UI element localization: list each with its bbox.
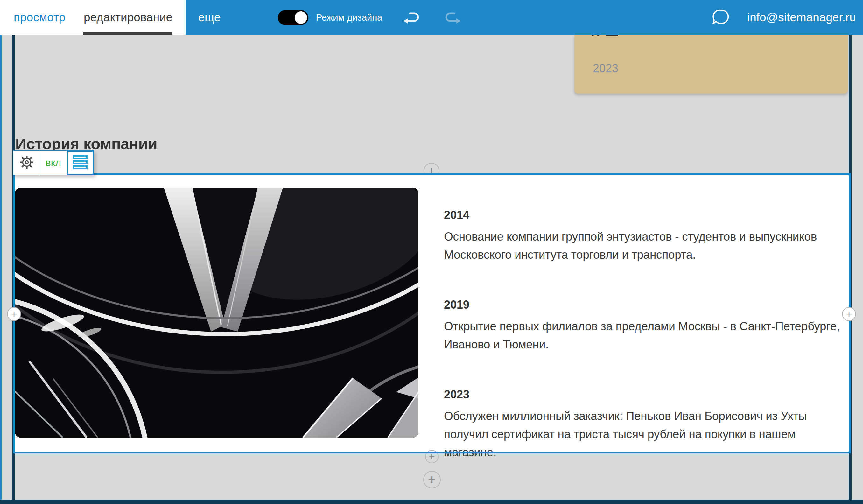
timeline-text: Основание компании группой энтузиастов -… xyxy=(444,227,846,264)
block-list-layout-button[interactable] xyxy=(67,151,93,175)
undo-icon xyxy=(402,10,420,25)
card-number-fragment: #2 xyxy=(590,35,660,40)
add-column-right-button[interactable]: + xyxy=(842,307,856,321)
timeline-list: 2014 Основание компании группой энтузиас… xyxy=(444,175,846,496)
editor-topbar: просмотр редактирование еще Режим дизайн… xyxy=(0,0,863,35)
redo-icon xyxy=(444,10,462,25)
editor-edge-indicator xyxy=(0,35,2,500)
visibility-on-label: вкл xyxy=(46,157,61,169)
chat-bubble-icon xyxy=(712,8,730,27)
redo-button[interactable] xyxy=(444,10,462,25)
page-border-bottom xyxy=(0,500,863,504)
timeline-card-2023[interactable]: #2 2023 xyxy=(574,35,848,93)
undo-button[interactable] xyxy=(402,10,420,25)
tab-more[interactable]: еще xyxy=(190,0,228,35)
timeline-year: 2023 xyxy=(444,388,846,401)
active-tab-underline xyxy=(83,32,173,35)
timeline-year: 2014 xyxy=(444,209,846,222)
block-toolbar: вкл xyxy=(13,150,94,175)
design-mode-toggle[interactable] xyxy=(278,10,308,25)
selection-border-top xyxy=(13,173,851,175)
timeline-item: 2014 Основание компании группой энтузиас… xyxy=(444,209,846,264)
design-mode-label: Режим дизайна xyxy=(316,0,382,35)
selection-border-bottom xyxy=(13,452,851,453)
timeline-text: Открытие первых филиалов за пределами Мо… xyxy=(444,317,846,353)
timeline-year: 2019 xyxy=(444,298,846,312)
list-layout-icon xyxy=(72,154,88,172)
gear-icon xyxy=(20,155,34,171)
tab-edit[interactable]: редактирование xyxy=(84,0,173,35)
block-visibility-toggle[interactable]: вкл xyxy=(40,151,67,175)
alloy-wheels-photo xyxy=(15,188,418,438)
support-chat-button[interactable] xyxy=(712,8,730,27)
card-year-label: 2023 xyxy=(593,62,618,75)
tab-preview[interactable]: просмотр xyxy=(14,0,65,35)
block-settings-button[interactable] xyxy=(13,151,40,175)
history-block[interactable]: 2014 Основание компании группой энтузиас… xyxy=(15,175,849,452)
add-section-button[interactable]: + xyxy=(423,471,441,488)
sitemanager-editor-window: #2 2023 История компании + xyxy=(0,0,863,504)
add-column-left-button[interactable]: + xyxy=(7,307,21,321)
support-email-link[interactable]: info@sitemanager.ru xyxy=(747,0,856,35)
wheel-photo-graphic xyxy=(15,188,418,438)
timeline-item: 2019 Открытие первых филиалов за предела… xyxy=(444,298,846,353)
timeline-item: 2023 Обслужен миллионный заказчик: Пеньк… xyxy=(444,388,846,461)
toggle-knob xyxy=(295,11,307,24)
